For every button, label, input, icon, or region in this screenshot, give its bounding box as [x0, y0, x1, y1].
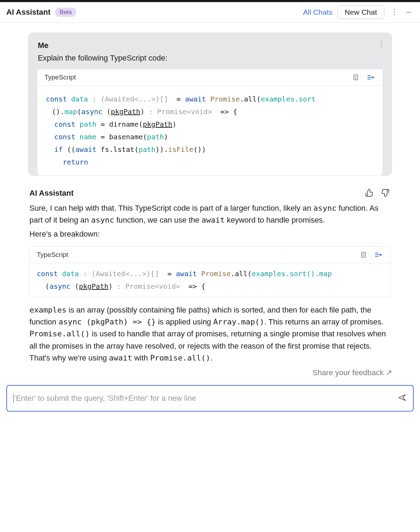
assistant-code-body[interactable]: const data : (Awaited<...>)[] = await Pr…: [30, 263, 390, 297]
assistant-intro-text: Sure, I can help with that. This TypeScr…: [29, 202, 391, 226]
assistant-code-block: TypeScript const data : (Awaited<...>)[]…: [29, 246, 391, 297]
svg-point-5: [381, 44, 382, 45]
code-language-label: TypeScript: [44, 74, 76, 81]
new-chat-button[interactable]: New Chat: [337, 6, 384, 19]
assistant-breakdown-label: Here's a breakdown:: [29, 228, 391, 240]
all-chats-link[interactable]: All Chats: [303, 8, 332, 16]
svg-point-0: [393, 9, 394, 10]
svg-point-2: [393, 14, 394, 15]
beta-badge: Beta: [55, 8, 76, 17]
more-options-icon[interactable]: [389, 7, 399, 17]
svg-point-1: [393, 12, 394, 13]
svg-point-6: [381, 46, 382, 47]
user-code-body[interactable]: const data : (Awaited<...>)[] = await Pr…: [37, 86, 383, 175]
copy-code-icon[interactable]: [359, 250, 368, 259]
svg-point-4: [381, 41, 382, 42]
assistant-label: AI Assistant: [29, 189, 74, 198]
chat-input-bar[interactable]: 'Enter' to submit the query, 'Shift+Ente…: [6, 385, 414, 412]
minimize-icon[interactable]: [404, 7, 414, 17]
send-icon[interactable]: [398, 393, 407, 404]
assistant-explanation-text: examples is an array (possibly containin…: [29, 304, 391, 364]
code-language-label: TypeScript: [37, 251, 68, 259]
insert-code-icon[interactable]: [366, 73, 376, 82]
app-title: AI Assistant: [6, 8, 50, 17]
user-code-block: TypeScript const data : (Awaited<...>)[]…: [37, 69, 383, 176]
header-bar: AI Assistant Beta All Chats New Chat: [0, 2, 420, 23]
share-feedback-link[interactable]: Share your feedback ↗: [0, 364, 420, 383]
thumbs-down-icon[interactable]: [381, 188, 391, 198]
thumbs-up-icon[interactable]: [365, 188, 374, 198]
user-label: Me: [38, 41, 49, 50]
message-options-icon[interactable]: [380, 41, 382, 50]
copy-code-icon[interactable]: [351, 73, 360, 82]
user-question-text: Explain the following TypeScript code:: [38, 54, 382, 63]
chat-input-field[interactable]: 'Enter' to submit the query, 'Shift+Ente…: [13, 394, 398, 403]
assistant-message: AI Assistant Sure, I can help with that.…: [28, 188, 392, 364]
insert-code-icon[interactable]: [374, 250, 383, 259]
conversation-area: Me Explain the following TypeScript code…: [0, 23, 420, 364]
user-message-bubble: Me Explain the following TypeScript code…: [28, 33, 392, 176]
